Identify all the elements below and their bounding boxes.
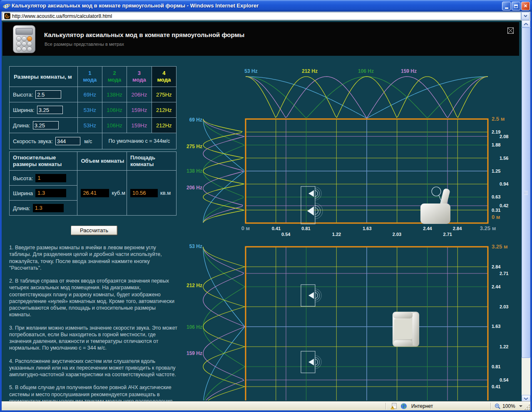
area-unit: кв.м bbox=[160, 190, 171, 196]
address-url: http://www.acoustic.ua/forms/calculator8… bbox=[12, 13, 112, 19]
freq-cell: 106Hz bbox=[102, 118, 127, 133]
length-input[interactable] bbox=[33, 121, 59, 129]
svg-text:2.44: 2.44 bbox=[492, 284, 501, 289]
resize-grip[interactable] bbox=[524, 404, 530, 410]
freq-cell: 206Hz bbox=[127, 87, 152, 102]
svg-text:2.84: 2.84 bbox=[453, 226, 462, 231]
zoom-dropdown-caret[interactable] bbox=[519, 405, 522, 407]
freq-cell: 53Hz bbox=[78, 102, 102, 118]
ie-logo-icon: e bbox=[3, 2, 10, 10]
address-input[interactable]: http://www.acoustic.ua/forms/calculator8… bbox=[2, 12, 521, 20]
rel-height-output[interactable] bbox=[35, 174, 66, 182]
instruction-3: 3. При желании можно изменить значение с… bbox=[9, 325, 177, 352]
svg-text:2.84: 2.84 bbox=[492, 264, 501, 269]
minimize-button[interactable] bbox=[502, 2, 511, 10]
length-label: Длина: bbox=[13, 122, 30, 129]
svg-text:1.63: 1.63 bbox=[363, 226, 371, 231]
scroll-down-button[interactable] bbox=[522, 395, 530, 402]
zoom-magnifier-icon bbox=[495, 403, 501, 412]
table-row: Длина: 53Hz 106Hz 159Hz 212Hz bbox=[10, 118, 177, 133]
rel-length-label: Длина: bbox=[13, 205, 30, 211]
room-plan-outline bbox=[246, 247, 488, 400]
freq-cell: 53Hz bbox=[78, 118, 102, 133]
freq-cell: 69Hz bbox=[78, 87, 102, 102]
svg-text:212 Hz: 212 Hz bbox=[186, 283, 202, 288]
mode-3-header: 3мода bbox=[127, 67, 152, 87]
freq-cell: 106Hz bbox=[102, 102, 127, 118]
window-title: Калькулятор аксиальных мод в комнате пря… bbox=[12, 0, 259, 12]
speaker-front-icon bbox=[301, 186, 323, 224]
room-section-outline bbox=[246, 119, 488, 223]
speaker-top-icon bbox=[301, 285, 321, 306]
svg-text:0 м: 0 м bbox=[492, 214, 500, 220]
table-row: Высота: куб.м кв.м bbox=[10, 171, 177, 186]
svg-text:0.31: 0.31 bbox=[492, 208, 500, 213]
svg-text:0.41: 0.41 bbox=[272, 226, 281, 231]
table-row: Высота: 69Hz 138Hz 206Hz 275Hz bbox=[10, 87, 177, 102]
svg-text:53 Hz: 53 Hz bbox=[189, 243, 202, 249]
internet-globe-icon bbox=[400, 403, 407, 411]
sofa-top-icon bbox=[393, 312, 419, 347]
svg-text:1.56: 1.56 bbox=[500, 156, 508, 161]
svg-text:2.03: 2.03 bbox=[393, 232, 401, 237]
svg-text:0.54: 0.54 bbox=[500, 377, 509, 382]
mode-4-header: 4мода bbox=[152, 67, 176, 87]
volume-output[interactable] bbox=[81, 189, 109, 197]
scroll-up-button[interactable] bbox=[522, 20, 530, 27]
freq-cell: 159Hz bbox=[127, 102, 152, 118]
freq-cell: 138Hz bbox=[102, 87, 127, 102]
freq-cell: 159Hz bbox=[127, 118, 152, 133]
calculate-button[interactable]: Рассчитать bbox=[71, 226, 117, 235]
mode-1-header: 1мода bbox=[78, 67, 102, 87]
scale-labels: 2.5 м2.192.081.881.561.250.940.630.420.3… bbox=[241, 116, 509, 389]
page-alert-icon bbox=[390, 403, 397, 411]
node-grid-lines bbox=[246, 119, 488, 400]
site-favicon bbox=[4, 13, 10, 19]
height-input[interactable] bbox=[35, 90, 61, 99]
relative-dimensions-table: Относительные размеры комнаты Объем комн… bbox=[9, 151, 177, 216]
listener-chair-icon bbox=[420, 187, 450, 224]
mode-2-header: 2мода bbox=[102, 67, 127, 87]
width-input[interactable] bbox=[37, 106, 63, 114]
rel-width-output[interactable] bbox=[35, 189, 66, 197]
svg-text:2.03: 2.03 bbox=[500, 304, 508, 309]
svg-text:0.54: 0.54 bbox=[281, 232, 291, 237]
browser-window: e Калькулятор аксиальных мод в комнате п… bbox=[0, 0, 532, 412]
svg-text:3.25 м: 3.25 м bbox=[492, 243, 508, 250]
rel-length-output[interactable] bbox=[33, 204, 64, 212]
svg-text:1.22: 1.22 bbox=[332, 232, 341, 237]
svg-text:0.81: 0.81 bbox=[301, 226, 310, 231]
svg-text:159 Hz: 159 Hz bbox=[401, 68, 417, 74]
table-row: Скорость звука: м/с По умолчанию с = 344… bbox=[10, 133, 177, 149]
svg-text:1.63: 1.63 bbox=[492, 324, 500, 329]
status-bar: Интернет 100% bbox=[2, 402, 530, 410]
speed-input[interactable] bbox=[55, 137, 80, 145]
page-close-icon[interactable] bbox=[507, 27, 514, 34]
freq-cell: 212Hz bbox=[152, 102, 176, 118]
address-dropdown-button[interactable] bbox=[521, 12, 530, 20]
svg-text:106 Hz: 106 Hz bbox=[186, 324, 202, 330]
maximize-button[interactable] bbox=[512, 2, 520, 10]
svg-text:2.71: 2.71 bbox=[500, 271, 508, 276]
scrollbar-thumb[interactable] bbox=[522, 27, 530, 358]
table-row: Ширина: 53Hz 106Hz 159Hz 212Hz bbox=[10, 102, 177, 118]
volume-unit: куб.м bbox=[112, 190, 125, 196]
svg-text:138 Hz: 138 Hz bbox=[186, 168, 202, 174]
width-label: Ширина: bbox=[13, 107, 35, 113]
calculator-icon bbox=[12, 25, 36, 54]
input-panel: Размеры комнаты, м 1мода 2мода 3мода 4мо… bbox=[9, 66, 178, 402]
svg-text:e: e bbox=[4, 2, 9, 10]
svg-text:53 Hz: 53 Hz bbox=[244, 68, 257, 74]
svg-text:106 Hz: 106 Hz bbox=[358, 68, 374, 74]
chevron-down-icon bbox=[523, 15, 528, 17]
svg-text:0 м: 0 м bbox=[241, 225, 250, 231]
svg-text:2.44: 2.44 bbox=[423, 226, 432, 231]
height-label: Высота: bbox=[13, 92, 33, 98]
volume-header: Объем комнаты bbox=[77, 152, 127, 171]
zoom-level[interactable]: 100% bbox=[502, 402, 515, 410]
mode-curves bbox=[203, 77, 488, 400]
svg-text:3.25 м: 3.25 м bbox=[480, 225, 496, 231]
area-output[interactable] bbox=[130, 189, 158, 197]
page-header: Калькулятор аксиальных мод в комнате пря… bbox=[2, 22, 519, 56]
close-button[interactable]: ✕ bbox=[521, 2, 530, 10]
